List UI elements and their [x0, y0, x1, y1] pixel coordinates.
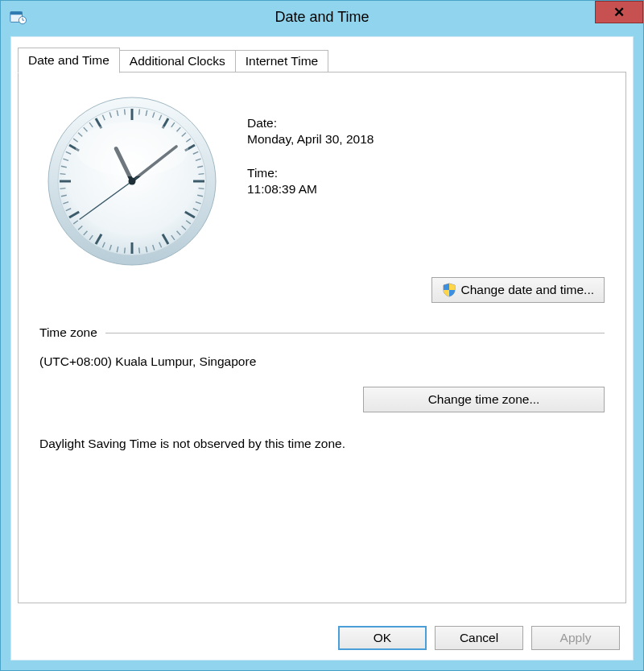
- close-icon: ✕: [613, 4, 625, 21]
- button-label: Change time zone...: [428, 392, 540, 407]
- tabpanel-date-and-time: Date: Monday, April 30, 2018 Time: 11:08…: [18, 72, 626, 603]
- tab-internet-time[interactable]: Internet Time: [235, 50, 328, 72]
- svg-point-70: [129, 178, 136, 185]
- date-value: Monday, April 30, 2018: [247, 132, 605, 147]
- button-label: Change date and time...: [461, 283, 594, 297]
- svg-line-55: [60, 174, 65, 175]
- ok-button[interactable]: OK: [338, 626, 427, 650]
- svg-rect-1: [10, 12, 23, 15]
- tab-strip: Date and Time Additional Clocks Internet…: [11, 37, 633, 72]
- timezone-value: (UTC+08:00) Kuala Lumpur, Singapore: [39, 354, 605, 369]
- svg-line-30: [199, 174, 204, 175]
- time-value: 11:08:39 AM: [247, 182, 605, 197]
- tab-label: Internet Time: [246, 54, 318, 68]
- svg-line-31: [199, 188, 204, 189]
- time-label: Time:: [247, 166, 605, 180]
- timezone-section-header: Time zone: [39, 325, 605, 340]
- button-label: Cancel: [460, 631, 498, 645]
- date-time-summary: Date: Monday, April 30, 2018 Time: 11:08…: [39, 89, 605, 274]
- date-label: Date:: [247, 116, 605, 130]
- close-button[interactable]: ✕: [595, 1, 643, 23]
- window-title: Date and Time: [1, 9, 643, 26]
- date-time-window: Date and Time ✕ Date and Time Additional…: [0, 0, 644, 671]
- date-time-app-icon: [9, 8, 27, 26]
- svg-point-71: [76, 122, 188, 176]
- client-area: Date and Time Additional Clocks Internet…: [10, 36, 634, 661]
- analog-clock: [39, 89, 225, 274]
- svg-line-54: [60, 188, 65, 189]
- tab-label: Additional Clocks: [130, 54, 225, 68]
- svg-line-19: [139, 109, 140, 114]
- date-time-text: Date: Monday, April 30, 2018 Time: 11:08…: [247, 89, 605, 274]
- dialog-buttons: OK Cancel Apply: [338, 626, 620, 650]
- uac-shield-icon: [442, 283, 456, 297]
- svg-line-43: [125, 248, 126, 254]
- tab-additional-clocks[interactable]: Additional Clocks: [119, 50, 236, 72]
- dst-note: Daylight Saving Time is not observed by …: [39, 437, 605, 451]
- tab-date-and-time[interactable]: Date and Time: [18, 48, 120, 73]
- svg-line-66: [125, 109, 126, 114]
- clock-icon: [43, 93, 221, 270]
- titlebar: Date and Time ✕: [1, 1, 643, 33]
- change-time-zone-button[interactable]: Change time zone...: [363, 387, 605, 412]
- timezone-section-label: Time zone: [39, 325, 97, 340]
- divider: [105, 333, 605, 333]
- svg-line-42: [139, 248, 140, 254]
- tab-label: Date and Time: [28, 53, 109, 67]
- button-label: OK: [374, 631, 391, 645]
- apply-button[interactable]: Apply: [531, 626, 620, 650]
- button-label: Apply: [560, 631, 592, 645]
- cancel-button[interactable]: Cancel: [435, 626, 523, 650]
- change-date-time-button[interactable]: Change date and time...: [431, 277, 605, 303]
